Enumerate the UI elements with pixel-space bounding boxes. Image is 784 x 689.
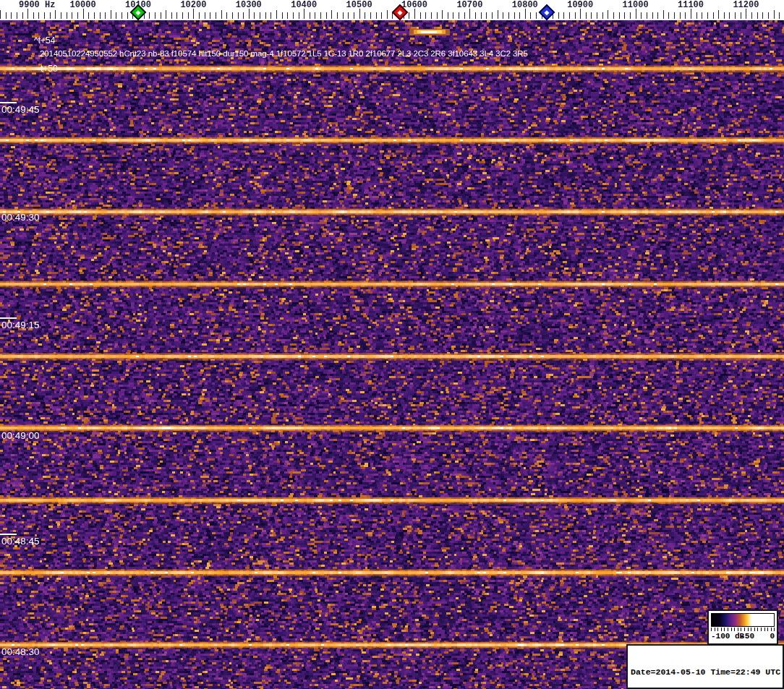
annotation-t50: t+50 bbox=[41, 64, 58, 74]
spectrogram-app: 9900 Hz100001010010200103001040010500106… bbox=[0, 0, 784, 689]
time-axis-tick bbox=[0, 102, 17, 103]
freq-axis-label: 10200 bbox=[180, 0, 206, 10]
freq-axis-label: 9900 Hz bbox=[19, 0, 55, 10]
marker-center-dot bbox=[545, 9, 550, 14]
time-axis-label: 00:49:00 bbox=[1, 431, 40, 441]
db-label-mid: -50 bbox=[740, 632, 754, 641]
freq-axis-label: 11000 bbox=[623, 0, 649, 10]
freq-axis-label: 10800 bbox=[512, 0, 538, 10]
freq-axis-label: 11100 bbox=[678, 0, 704, 10]
time-axis-label: 00:48:30 bbox=[1, 647, 40, 657]
freq-axis-label: 10700 bbox=[456, 0, 482, 10]
freq-axis-label: 10600 bbox=[401, 0, 427, 10]
observation-info-box: Date=2014-05-10 Time=22:49 UTC Freq=143 … bbox=[626, 644, 784, 689]
annotation-t54: ^t+54 bbox=[34, 35, 55, 46]
freq-axis-label: 10900 bbox=[567, 0, 593, 10]
db-label-max: 0 bbox=[770, 632, 775, 641]
freq-axis-label: 10300 bbox=[236, 0, 262, 10]
frequency-ruler: 9900 Hz100001010010200103001040010500106… bbox=[0, 0, 784, 20]
db-scale-labels: -100 dB -50 0 bbox=[711, 631, 775, 642]
spectrogram-canvas bbox=[0, 20, 784, 689]
time-axis-label: 00:49:45 bbox=[1, 105, 40, 115]
frequency-ruler-ticks bbox=[0, 0, 784, 20]
time-axis-label: 00:49:30 bbox=[1, 213, 40, 223]
time-axis-tick bbox=[0, 534, 17, 535]
time-axis-label: 00:48:45 bbox=[1, 536, 40, 547]
time-axis-label: 00:49:15 bbox=[1, 320, 40, 330]
info-date-line: Date=2014-05-10 Time=22:49 UTC bbox=[631, 667, 780, 677]
freq-axis-label: 10400 bbox=[291, 0, 317, 10]
freq-axis-label: 11200 bbox=[733, 0, 759, 10]
db-color-scale-legend: -100 dB -50 0 bbox=[707, 609, 778, 645]
annotation-detection: 20140510224950552 hCnt23 nb-83 f10574 hi… bbox=[40, 49, 528, 58]
db-gradient-bar bbox=[711, 613, 775, 627]
marker-center-dot bbox=[398, 9, 403, 14]
marker-center-dot bbox=[135, 9, 140, 14]
time-axis-tick bbox=[0, 317, 17, 319]
freq-axis-label: 10500 bbox=[346, 0, 372, 10]
freq-axis-label: 10000 bbox=[70, 0, 96, 10]
